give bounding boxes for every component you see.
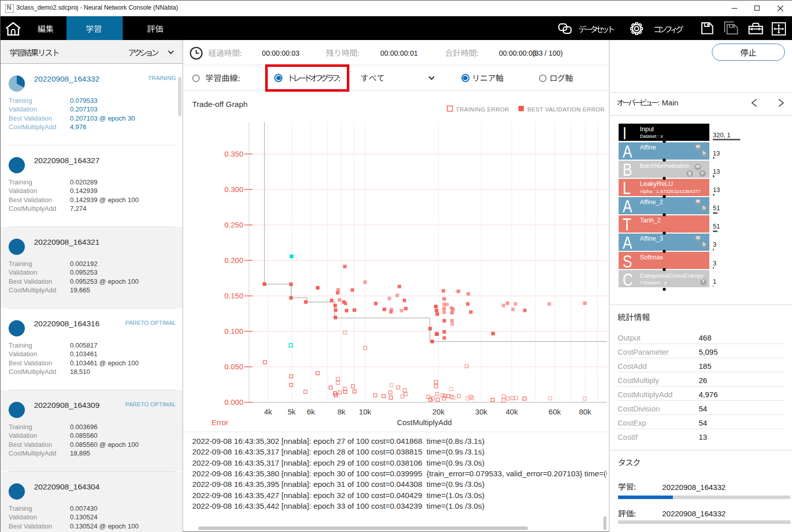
svg-text:0.300: 0.300 [224, 185, 243, 194]
svg-text:Error: Error [211, 418, 228, 427]
svg-text:0.100: 0.100 [224, 327, 243, 335]
svg-text:BEST VALIDATION ERROR: BEST VALIDATION ERROR [527, 106, 605, 112]
svg-text:0.350: 0.350 [224, 149, 243, 158]
svg-text:TRAINING ERROR: TRAINING ERROR [456, 106, 509, 112]
svg-text:10k: 10k [359, 407, 372, 416]
svg-text:0.200: 0.200 [224, 256, 243, 264]
svg-text:CostMultiplyAdd: CostMultiplyAdd [397, 418, 452, 427]
svg-text:0.050: 0.050 [224, 362, 243, 371]
svg-text:80k: 80k [579, 407, 592, 416]
svg-text:20k: 20k [433, 407, 445, 416]
svg-text:0.150: 0.150 [224, 291, 243, 300]
svg-text:8k: 8k [337, 407, 345, 416]
svg-text:0.250: 0.250 [224, 220, 243, 229]
svg-text:4k: 4k [264, 407, 272, 416]
svg-text:40k: 40k [506, 407, 518, 416]
svg-text:6k: 6k [307, 407, 315, 416]
svg-text:0.000: 0.000 [224, 398, 243, 406]
svg-text:Trade-off Graph: Trade-off Graph [192, 100, 247, 108]
svg-text:60k: 60k [549, 407, 561, 416]
svg-text:5k: 5k [287, 407, 296, 416]
svg-text:30k: 30k [475, 407, 488, 416]
